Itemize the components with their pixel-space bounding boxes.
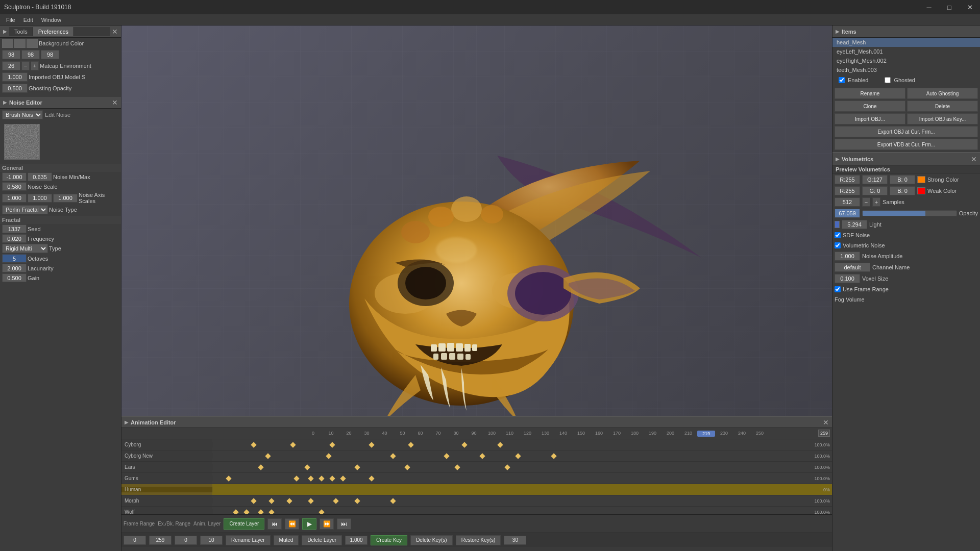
create-layer-button[interactable]: Create Layer bbox=[224, 518, 264, 530]
menu-edit[interactable]: Edit bbox=[19, 16, 37, 24]
keyframe[interactable] bbox=[354, 464, 360, 470]
noise-amplitude-value[interactable]: 1.000 bbox=[835, 252, 860, 261]
mesh-item-teeth[interactable]: teeth_Mesh.003 bbox=[832, 65, 980, 74]
maximize-button[interactable]: □ bbox=[939, 0, 960, 14]
keyframe[interactable] bbox=[497, 442, 503, 447]
frequency-value[interactable]: 0.020 bbox=[2, 234, 27, 243]
keyframe[interactable] bbox=[479, 453, 485, 459]
keyframe[interactable] bbox=[329, 475, 335, 481]
type-select[interactable]: Rigid Multi bbox=[2, 244, 48, 253]
keyframe[interactable] bbox=[293, 475, 299, 481]
opacity-slider[interactable] bbox=[862, 210, 957, 216]
transport-next-button[interactable]: ⏩ bbox=[320, 518, 334, 530]
bg-color-swatch-g[interactable] bbox=[14, 39, 26, 48]
track-content-ears[interactable]: 100.0% bbox=[212, 462, 832, 472]
transport-play-button[interactable]: ▶ bbox=[302, 518, 316, 530]
frame-start-value[interactable]: 0 bbox=[124, 536, 146, 545]
transport-first-button[interactable]: ⏮ bbox=[267, 518, 282, 530]
keyframe[interactable] bbox=[318, 475, 324, 481]
matcap-number[interactable]: 26 bbox=[2, 61, 20, 70]
weak-b-value[interactable]: B: 0 bbox=[890, 186, 915, 195]
imported-obj-value[interactable]: 1.000 bbox=[2, 72, 28, 82]
keyframe[interactable] bbox=[333, 498, 338, 504]
delete-layer-button[interactable]: Delete Layer bbox=[302, 535, 342, 545]
use-frame-range-checkbox[interactable] bbox=[835, 286, 841, 292]
mesh-item-eyeright[interactable]: eyeRight_Mesh.002 bbox=[832, 56, 980, 65]
export-obj-button[interactable]: Export OBJ at Cur. Frm... bbox=[835, 126, 978, 137]
weak-color-swatch[interactable] bbox=[917, 187, 925, 194]
track-content-cyborg[interactable]: 100.0% bbox=[212, 439, 832, 450]
keyframe[interactable] bbox=[340, 475, 346, 481]
current-frame-value[interactable]: 30 bbox=[504, 536, 526, 545]
ghosted-checkbox[interactable] bbox=[885, 77, 891, 83]
auto-ghosting-button[interactable]: Auto Ghosting bbox=[907, 88, 978, 99]
matcap-plus-button[interactable]: + bbox=[31, 61, 39, 70]
ghosting-value[interactable]: 0.500 bbox=[2, 84, 28, 93]
keyframe[interactable] bbox=[233, 509, 238, 514]
transport-prev-button[interactable]: ⏪ bbox=[285, 518, 299, 530]
tab-preferences[interactable]: Preferences bbox=[33, 27, 74, 36]
noise-min-value[interactable]: -1.000 bbox=[2, 172, 27, 181]
samples-minus-button[interactable]: − bbox=[862, 197, 870, 207]
matcap-minus-button[interactable]: − bbox=[21, 61, 30, 70]
tab-tools[interactable]: Tools bbox=[9, 27, 33, 36]
keyframe[interactable] bbox=[258, 509, 263, 514]
restore-key-button[interactable]: Restore Key(s) bbox=[456, 535, 501, 545]
seed-value[interactable]: 1337 bbox=[2, 224, 27, 233]
rename-layer-button[interactable]: Rename Layer bbox=[226, 535, 271, 545]
layer-weight-value[interactable]: 1.000 bbox=[345, 536, 368, 545]
keyframe[interactable] bbox=[265, 453, 271, 459]
clone-button[interactable]: Clone bbox=[835, 101, 905, 112]
import-obj-as-key-button[interactable]: Import OBJ as Key... bbox=[907, 113, 978, 124]
bg-r-value[interactable]: 98 bbox=[2, 50, 20, 59]
noise-axis-z-value[interactable]: 1.000 bbox=[53, 194, 78, 203]
keyframe[interactable] bbox=[390, 453, 396, 459]
menu-window[interactable]: Window bbox=[37, 16, 65, 24]
delete-button[interactable]: Delete bbox=[907, 101, 978, 112]
keyframe[interactable] bbox=[408, 442, 413, 447]
mesh-item-head[interactable]: head_Mesh bbox=[832, 38, 980, 47]
keyframe[interactable] bbox=[268, 498, 274, 504]
minimize-button[interactable]: ─ bbox=[919, 0, 939, 14]
muted-button[interactable]: Muted bbox=[274, 535, 299, 545]
ex-bk-start-value[interactable]: 0 bbox=[175, 536, 197, 545]
keyframe[interactable] bbox=[243, 509, 249, 514]
keyframe[interactable] bbox=[369, 475, 374, 481]
bg-b-value[interactable]: 98 bbox=[41, 50, 59, 59]
volumetrics-close-icon[interactable]: ✕ bbox=[971, 155, 977, 163]
keyframe[interactable] bbox=[304, 464, 310, 470]
track-content-human[interactable]: 0% bbox=[212, 484, 832, 495]
noise-max-value[interactable]: 0.635 bbox=[28, 172, 52, 181]
keyframe[interactable] bbox=[461, 442, 467, 447]
samples-value[interactable]: 512 bbox=[835, 197, 860, 207]
keyframe[interactable] bbox=[308, 475, 313, 481]
keyframe[interactable] bbox=[504, 464, 510, 470]
samples-plus-button[interactable]: + bbox=[872, 197, 880, 207]
close-button[interactable]: ✕ bbox=[960, 0, 980, 14]
bg-color-swatch-b[interactable] bbox=[27, 39, 38, 48]
keyframe[interactable] bbox=[226, 475, 231, 481]
keyframe[interactable] bbox=[286, 498, 292, 504]
noise-axis-x-value[interactable]: 1.000 bbox=[2, 194, 27, 203]
noise-type-select[interactable]: Perlin Fractal bbox=[2, 205, 48, 214]
rename-button[interactable]: Rename bbox=[835, 88, 905, 99]
export-vdb-button[interactable]: Export VDB at Cur. Frm... bbox=[835, 139, 978, 150]
edit-noise-label[interactable]: Edit Noise bbox=[45, 112, 70, 118]
noise-scale-value[interactable]: 0.580 bbox=[2, 182, 27, 191]
enabled-checkbox[interactable] bbox=[839, 77, 845, 83]
menu-file[interactable]: File bbox=[2, 16, 19, 24]
keyframe[interactable] bbox=[444, 453, 449, 459]
keyframe[interactable] bbox=[390, 498, 396, 504]
panel-close-icon[interactable]: ✕ bbox=[112, 28, 118, 36]
viewport[interactable]: ▶ Animation Editor ✕ 0 10 20 30 40 50 60… bbox=[121, 26, 832, 551]
create-key-button[interactable]: Create Key bbox=[371, 535, 407, 545]
keyframe[interactable] bbox=[268, 509, 274, 514]
volumetric-noise-checkbox[interactable] bbox=[835, 242, 841, 248]
delete-key-button[interactable]: Delete Key(s) bbox=[410, 535, 453, 545]
keyframe[interactable] bbox=[308, 498, 313, 504]
noise-axis-y-value[interactable]: 1.000 bbox=[28, 194, 52, 203]
import-obj-button[interactable]: Import OBJ... bbox=[835, 113, 905, 124]
strong-g-value[interactable]: G:127 bbox=[862, 175, 888, 184]
keyframe[interactable] bbox=[515, 453, 521, 459]
weak-r-value[interactable]: R:255 bbox=[835, 186, 860, 195]
